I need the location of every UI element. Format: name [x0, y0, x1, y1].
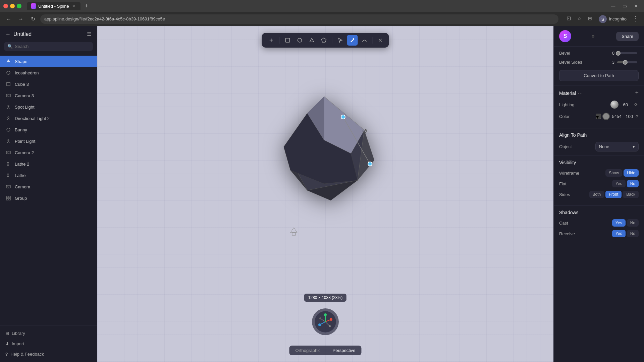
bevel-sides-row: Bevel Sides 3	[559, 60, 639, 65]
back-nav-btn[interactable]: ←	[4, 14, 13, 24]
active-tab[interactable]: Untitled - Spline ✕	[27, 2, 80, 10]
import-label: Import	[12, 341, 24, 346]
search-bar[interactable]: 🔍	[4, 42, 93, 51]
color-hex-value: 5454	[612, 114, 622, 119]
color-dropdown-arrow[interactable]: ▾	[596, 114, 601, 119]
sidebar-item-cube3[interactable]: Cube 3	[0, 78, 97, 90]
incognito-btn[interactable]: S Incognito	[596, 14, 629, 24]
wireframe-show-btn[interactable]: Show	[605, 169, 622, 177]
sidebar-item-pointlight[interactable]: Point Light	[0, 135, 97, 147]
close-window-btn[interactable]: ✕	[631, 1, 641, 11]
cast-btn[interactable]: ⊡	[564, 14, 573, 23]
extensions-btn[interactable]: ⊞	[585, 14, 595, 23]
flat-group: Yes No	[612, 180, 639, 187]
lighting-lock-btn[interactable]: ⟳	[633, 102, 639, 107]
help-label: Help & Feedback	[10, 352, 44, 357]
sidebar-menu-btn[interactable]: ☰	[87, 31, 92, 37]
shadows-title: Shadows	[559, 210, 639, 215]
color-label: Color	[559, 114, 596, 119]
lathe2-icon	[5, 161, 11, 167]
address-bar[interactable]: app.spline.design/file/f2ec2a42-8f6a-4c5…	[40, 14, 558, 24]
library-icon: ⊞	[5, 331, 9, 336]
menu-dots-btn[interactable]: ⋮	[631, 14, 640, 23]
sidebar-item-camera3[interactable]: Camera 3	[0, 90, 97, 101]
sidebar-item-shape[interactable]: Shape	[0, 56, 97, 67]
svg-point-34	[341, 115, 345, 119]
pointlight-icon	[5, 138, 11, 144]
bunny-label: Bunny	[15, 127, 27, 132]
help-btn[interactable]: ? Help & Feedback	[5, 350, 92, 358]
flat-no-btn[interactable]: No	[627, 180, 639, 187]
object-row: Object None ▾	[559, 142, 639, 152]
tab-title: Untitled - Spline	[38, 4, 69, 9]
new-tab-btn[interactable]: +	[82, 1, 91, 11]
sidebar-item-camera2[interactable]: Camera 2	[0, 147, 97, 158]
bevel-section: Bevel 0 Bevel Sides 3 Convert to Path	[554, 46, 644, 85]
receive-no-btn[interactable]: No	[627, 230, 639, 237]
object-dropdown[interactable]: None ▾	[595, 142, 639, 152]
dirlight2-icon	[5, 115, 11, 121]
bevel-sides-slider[interactable]	[617, 61, 637, 63]
main-canvas[interactable]: + ✕	[97, 26, 553, 362]
sidebar-item-bunny[interactable]: Bunny	[0, 124, 97, 135]
sides-back-btn[interactable]: Back	[623, 191, 639, 198]
library-btn[interactable]: ⊞ Library	[5, 329, 92, 337]
svg-rect-12	[6, 185, 10, 188]
svg-rect-3	[7, 82, 10, 86]
color-reset-btn[interactable]: ⟳	[636, 114, 639, 119]
spline-icon	[31, 3, 36, 9]
sidebar-item-spotlight[interactable]: Spot Light	[0, 101, 97, 113]
cast-no-btn[interactable]: No	[627, 219, 639, 227]
sidebar-item-camera[interactable]: Camera	[0, 181, 97, 192]
cast-yes-btn[interactable]: Yes	[612, 219, 626, 227]
sidebar-item-dirlight2[interactable]: Directional Light 2	[0, 113, 97, 124]
canvas-size-label: 1280 × 1038 (28%)	[308, 295, 342, 300]
color-swatch[interactable]	[602, 113, 610, 120]
camera2-icon	[5, 149, 11, 156]
panel-header: S Share	[554, 26, 644, 46]
camera3-icon	[5, 93, 11, 99]
orientation-gizmo[interactable]	[312, 308, 339, 335]
material-dots: ···	[578, 91, 583, 96]
import-btn[interactable]: ⬇ Import	[5, 340, 92, 348]
receive-label: Receive	[559, 231, 612, 236]
sidebar-item-lathe2[interactable]: Lathe 2	[0, 158, 97, 170]
sides-both-btn[interactable]: Both	[589, 191, 604, 198]
flat-yes-btn[interactable]: Yes	[612, 180, 626, 187]
share-btn[interactable]: Share	[616, 32, 639, 41]
user-avatar[interactable]: S	[559, 30, 571, 42]
tab-close-btn[interactable]: ✕	[71, 3, 76, 9]
minimize-window-btn[interactable]: ─	[608, 1, 618, 11]
lathe-label: Lathe	[15, 173, 26, 178]
sidebar-item-icosahedron[interactable]: Icosahedron	[0, 67, 97, 78]
color-row: Color ▾ 5454 100 ⟳	[559, 113, 639, 120]
bevel-slider[interactable]	[617, 52, 637, 54]
orthographic-view-btn[interactable]: Orthographic	[289, 346, 326, 355]
sides-front-btn[interactable]: Front	[605, 191, 622, 198]
incognito-label: Incognito	[609, 16, 627, 21]
window-minimize-btn[interactable]	[10, 4, 15, 8]
back-btn[interactable]: ←	[5, 31, 11, 37]
sidebar-item-group[interactable]: Group	[0, 192, 97, 204]
svg-point-5	[8, 95, 9, 96]
receive-yes-btn[interactable]: Yes	[612, 230, 626, 237]
forward-nav-btn[interactable]: →	[16, 14, 25, 24]
svg-rect-32	[292, 233, 296, 235]
wireframe-hide-btn[interactable]: Hide	[624, 169, 639, 177]
window-maximize-btn[interactable]	[17, 4, 21, 8]
window-close-btn[interactable]	[3, 4, 8, 8]
cursor-icon: ↺	[362, 127, 368, 135]
reload-btn[interactable]: ↻	[28, 14, 38, 24]
maximize-window-btn[interactable]: ▭	[620, 1, 629, 11]
camera2-label: Camera 2	[15, 150, 34, 155]
sidebar-item-lathe[interactable]: Lathe	[0, 170, 97, 181]
svg-point-44	[324, 313, 327, 316]
bookmark-btn[interactable]: ☆	[575, 14, 584, 23]
perspective-view-btn[interactable]: Perspective	[327, 346, 362, 355]
search-input[interactable]	[15, 44, 90, 49]
material-add-btn[interactable]: +	[635, 89, 639, 97]
lathe-icon	[5, 172, 11, 178]
view-toggle: Orthographic Perspective	[289, 346, 361, 355]
convert-to-path-btn[interactable]: Convert to Path	[559, 70, 639, 81]
svg-marker-31	[290, 228, 297, 233]
